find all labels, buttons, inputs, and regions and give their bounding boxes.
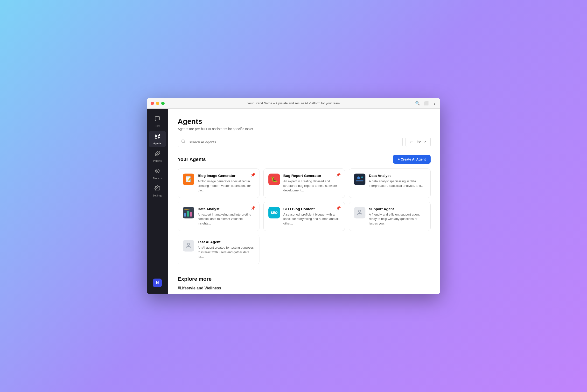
models-icon (154, 168, 160, 175)
svg-line-9 (184, 142, 185, 143)
agent-card-test-ai[interactable]: Test AI Agent An AI agent created for te… (178, 235, 260, 264)
agent-icon-seo: SEO (268, 207, 280, 218)
agent-card-top: Data Analyst A data analyst specializing… (354, 174, 426, 188)
agent-card-top: Test AI Agent An AI agent created for te… (183, 240, 254, 259)
window-title: Your Brand Name – A private and secure A… (248, 102, 340, 105)
agent-card-blog-image-generator[interactable]: 📝 Blog Image Generator A blog image gene… (178, 168, 260, 198)
agents-grid: 📝 Blog Image Generator A blog image gene… (178, 168, 430, 231)
window-controls (150, 102, 164, 105)
svg-point-24 (187, 243, 190, 246)
sidebar-item-agents[interactable]: Agents (149, 131, 166, 147)
agent-desc-data1: A data analyst specializing in data inte… (369, 179, 426, 188)
sidebar-item-settings[interactable]: Settings (149, 183, 166, 200)
svg-point-23 (359, 210, 361, 212)
settings-icon (154, 186, 160, 192)
agent-desc-data2: An expert in analyzing and interpreting … (198, 212, 254, 226)
pin-icon-data2: 📌 (250, 206, 255, 210)
agent-card-data-analyst-1[interactable]: Data Analyst A data analyst specializing… (349, 168, 430, 198)
titlebar: Your Brand Name – A private and secure A… (147, 98, 440, 108)
agent-info-test: Test AI Agent An AI agent created for te… (198, 240, 254, 259)
agent-info-blog: Blog Image Generator A blog image genera… (198, 174, 254, 193)
svg-point-17 (361, 176, 363, 178)
agent-icon-data2 (183, 207, 194, 218)
explore-tag[interactable]: #Lifestyle and Wellness (178, 286, 430, 290)
agent-card-top: 📝 Blog Image Generator A blog image gene… (183, 174, 254, 193)
sort-label: Title (415, 140, 421, 144)
agent-icon-bug: 🐛 (268, 174, 280, 185)
agents-grid-row2: Test AI Agent An AI agent created for te… (178, 235, 430, 264)
svg-rect-13 (354, 174, 366, 185)
svg-point-6 (156, 169, 159, 173)
agent-card-top: Data Analyst An expert in analyzing and … (183, 207, 254, 226)
agents-icon (154, 133, 160, 140)
pin-icon-seo: 📌 (336, 206, 341, 210)
agent-desc-support: A friendly and efficient support agent r… (369, 212, 426, 226)
sidebar-item-models[interactable]: Models (149, 166, 166, 182)
agent-info-data1: Data Analyst A data analyst specializing… (369, 174, 426, 188)
svg-rect-2 (155, 136, 157, 138)
svg-point-5 (157, 170, 158, 172)
agent-name-blog: Blog Image Generator (198, 174, 254, 178)
agent-desc-test: An AI agent created for testing purposes… (198, 246, 254, 259)
search-row: Title (178, 136, 430, 147)
agent-name-support: Support Agent (369, 207, 426, 211)
agent-card-data-analyst-2[interactable]: Data Analyst An expert in analyzing and … (178, 202, 260, 231)
sidebar-item-chat-label: Chat (154, 124, 160, 128)
your-agents-header: Your Agents + Create AI Agent (178, 155, 430, 164)
agent-info-data2: Data Analyst An expert in analyzing and … (198, 207, 254, 226)
agent-icon-data1 (354, 174, 366, 185)
app-window: Your Brand Name – A private and secure A… (147, 98, 440, 294)
agent-desc-bug: An expert in creating detailed and struc… (283, 179, 340, 193)
minimize-button[interactable] (156, 102, 159, 105)
agent-card-bug-report[interactable]: 🐛 Bug Report Generator An expert in crea… (263, 168, 345, 198)
sidebar-top: Chat Agents (147, 114, 168, 200)
search-input[interactable] (178, 136, 402, 147)
main-content: Agents Agents are pre-built AI assistant… (168, 108, 440, 294)
sidebar-item-plugins[interactable]: Plugins (149, 148, 166, 164)
svg-rect-0 (155, 134, 157, 136)
sidebar-bottom: N (147, 278, 168, 289)
agent-desc-blog: A blog image generator specialized in cr… (198, 179, 254, 193)
agent-card-support[interactable]: Support Agent A friendly and efficient s… (349, 202, 430, 231)
chat-icon (154, 116, 160, 123)
svg-rect-21 (190, 212, 192, 216)
explore-title: Explore more (178, 276, 430, 282)
agent-name-seo: SEO Blog Content (283, 207, 340, 211)
agent-name-test: Test AI Agent (198, 240, 254, 244)
agent-icon-test (183, 240, 194, 252)
pin-icon-bug: 📌 (336, 172, 341, 177)
svg-rect-16 (356, 182, 363, 182)
sidebar-item-chat[interactable]: Chat (149, 114, 166, 130)
agent-card-seo[interactable]: SEO SEO Blog Content A seasoned, profici… (263, 202, 345, 231)
plugins-icon (154, 150, 160, 158)
svg-rect-1 (158, 134, 160, 136)
svg-point-14 (357, 176, 360, 179)
search-icon (181, 139, 185, 145)
agent-card-top: Support Agent A friendly and efficient s… (354, 207, 426, 226)
agent-info-bug: Bug Report Generator An expert in creati… (283, 174, 340, 193)
agent-icon-support (354, 207, 366, 218)
agent-icon-blog: 📝 (183, 174, 194, 185)
page-subtitle: Agents are pre-built AI assistants for s… (178, 127, 430, 131)
your-agents-title: Your Agents (178, 157, 206, 162)
agent-info-seo: SEO Blog Content A seasoned, proficient … (283, 207, 340, 226)
agent-card-top: SEO SEO Blog Content A seasoned, profici… (268, 207, 340, 226)
agent-card-top: 🐛 Bug Report Generator An expert in crea… (268, 174, 340, 193)
avatar[interactable]: N (153, 278, 162, 287)
search-icon[interactable]: 🔍 (415, 101, 420, 106)
sort-button[interactable]: Title (406, 136, 430, 147)
maximize-button[interactable] (161, 102, 164, 105)
close-button[interactable] (150, 102, 154, 105)
sidebar-item-plugins-label: Plugins (153, 159, 162, 162)
agent-name-data1: Data Analyst (369, 174, 426, 178)
sidebar-item-agents-label: Agents (153, 142, 162, 145)
create-agent-button[interactable]: + Create AI Agent (393, 155, 430, 164)
extensions-icon[interactable]: ⬜ (424, 101, 429, 106)
agent-name-bug: Bug Report Generator (283, 174, 340, 178)
pin-icon-blog: 📌 (250, 172, 255, 177)
agent-desc-seo: A seasoned, proficient blogger with a kn… (283, 212, 340, 226)
menu-icon[interactable]: ⋮ (432, 101, 436, 106)
page-title: Agents (178, 117, 430, 126)
titlebar-actions: 🔍 ⬜ ⋮ (415, 101, 436, 106)
svg-rect-19 (184, 213, 186, 216)
